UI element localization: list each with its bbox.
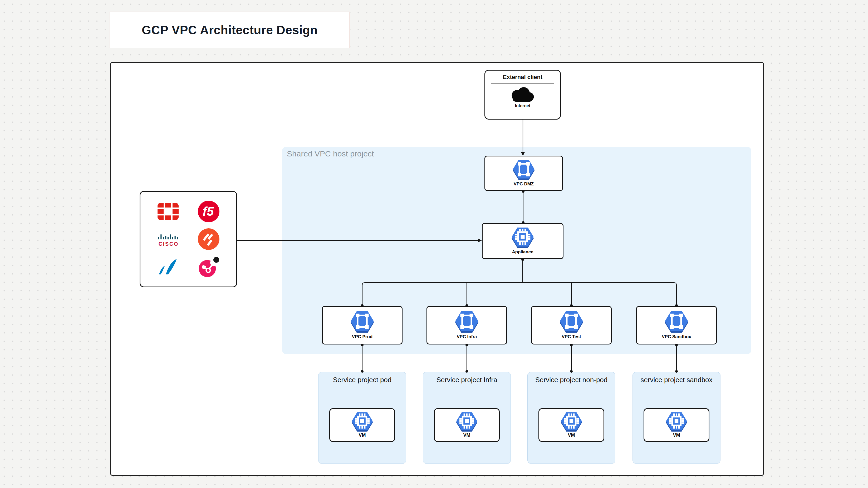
- service-project-pod-group[interactable]: Service project pod VM: [318, 372, 406, 464]
- diagram-canvas: { "title_bar": { "text": "GCP VPC Archit…: [0, 0, 868, 488]
- group-title: Service project pod: [318, 376, 406, 384]
- vm-node[interactable]: VM: [644, 408, 709, 442]
- gcp-vpc-icon: [455, 311, 478, 333]
- appliance-node[interactable]: Appliance: [482, 223, 563, 259]
- vendor-logos-panel[interactable]: f5 CISCO: [140, 191, 237, 287]
- gcp-compute-chip-icon: [512, 228, 534, 248]
- f5-text: f5: [203, 204, 214, 218]
- vpc-dmz-node[interactable]: VPC DMZ: [485, 156, 563, 191]
- node-label: VPC Test: [562, 334, 581, 339]
- page-title: GCP VPC Architecture Design: [142, 23, 318, 37]
- node-label: VPC Prod: [352, 334, 372, 339]
- vm-node[interactable]: VM: [538, 408, 604, 442]
- group-title: Service project Infra: [423, 376, 510, 384]
- palo-alto-networks-logo: [198, 228, 219, 250]
- external-client-title: External client: [503, 74, 542, 80]
- vm-node[interactable]: VM: [434, 408, 500, 442]
- gcp-compute-chip-icon: [666, 412, 687, 432]
- cisco-logo: CISCO: [156, 231, 181, 247]
- service-project-sandbox-group[interactable]: service project sandbox VM: [632, 372, 720, 464]
- node-label: Appliance: [512, 250, 533, 255]
- check-point-logo: [197, 256, 220, 278]
- gcp-compute-chip-icon: [561, 412, 582, 432]
- title-box: GCP VPC Architecture Design: [110, 11, 350, 48]
- vpc-test-node[interactable]: VPC Test: [531, 306, 612, 345]
- gcp-vpc-icon: [665, 311, 688, 333]
- vm-label: VM: [359, 432, 366, 438]
- internet-label: Internet: [515, 103, 531, 108]
- gcp-vpc-icon: [513, 160, 534, 180]
- vpc-sandbox-node[interactable]: VPC Sandbox: [636, 306, 717, 345]
- vm-node[interactable]: VM: [329, 408, 395, 442]
- gcp-compute-chip-icon: [456, 412, 477, 432]
- cisco-text: CISCO: [159, 241, 179, 247]
- node-label: VPC Infra: [457, 334, 477, 339]
- gcp-compute-chip-icon: [352, 412, 373, 432]
- f5-logo: f5: [198, 201, 219, 222]
- group-title: service project sandbox: [633, 376, 720, 384]
- group-title: Service project non-pod: [528, 376, 615, 384]
- barracuda-logo: [157, 258, 179, 275]
- gcp-vpc-icon: [560, 311, 583, 333]
- region-label: Shared VPC host project: [287, 149, 374, 158]
- cloud-icon: [509, 87, 536, 102]
- vpc-infra-node[interactable]: VPC Infra: [427, 306, 507, 345]
- vm-label: VM: [463, 432, 470, 438]
- service-project-non-pod-group[interactable]: Service project non-pod VM: [527, 372, 615, 464]
- service-project-infra-group[interactable]: Service project Infra VM: [423, 372, 511, 464]
- divider-line: [491, 83, 554, 84]
- gcp-vpc-icon: [351, 311, 374, 333]
- external-client-node[interactable]: External client Internet: [485, 70, 561, 120]
- vpc-prod-node[interactable]: VPC Prod: [322, 306, 403, 345]
- node-label: VPC DMZ: [514, 182, 534, 187]
- fortinet-logo: [158, 203, 179, 220]
- node-label: VPC Sandbox: [662, 334, 691, 339]
- vm-label: VM: [568, 432, 575, 438]
- vm-label: VM: [673, 432, 680, 438]
